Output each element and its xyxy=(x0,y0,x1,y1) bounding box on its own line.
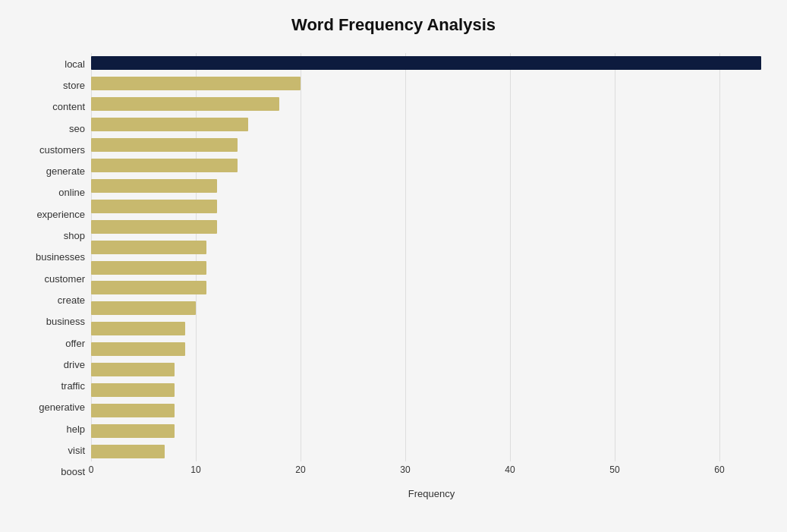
y-label-customers: customers xyxy=(39,145,85,155)
bar-help xyxy=(91,404,175,417)
bar-customers xyxy=(91,138,238,152)
y-label-online: online xyxy=(58,187,85,197)
bar-create xyxy=(91,281,206,294)
y-label-customer: customer xyxy=(45,274,85,284)
y-label-visit: visit xyxy=(68,445,85,455)
bar-store xyxy=(91,77,301,90)
chart-container: Word Frequency Analysis localstoreconten… xyxy=(0,0,787,532)
x-tick-40: 40 xyxy=(505,464,515,475)
bar-experience xyxy=(91,200,217,213)
bar-visit xyxy=(91,424,175,438)
bar-row-traffic xyxy=(91,360,772,380)
y-label-shop: shop xyxy=(64,231,85,241)
y-label-generative: generative xyxy=(39,402,85,412)
bar-row-generate xyxy=(91,156,772,176)
y-label-offer: offer xyxy=(65,338,85,348)
y-label-create: create xyxy=(58,295,85,305)
y-label-seo: seo xyxy=(69,124,85,134)
bar-row-business xyxy=(91,298,772,319)
y-label-drive: drive xyxy=(64,360,85,370)
bar-content xyxy=(91,97,279,111)
x-tick-10: 10 xyxy=(190,464,200,475)
bar-generative xyxy=(91,383,175,397)
y-label-businesses: businesses xyxy=(36,252,85,262)
plot-area: 0102030405060 Frequency xyxy=(91,53,772,483)
bar-business xyxy=(91,301,196,315)
bar-local xyxy=(91,56,761,70)
y-label-traffic: traffic xyxy=(61,381,85,391)
x-tick-60: 60 xyxy=(714,464,724,475)
bar-row-offer xyxy=(91,319,772,339)
bar-row-shop xyxy=(91,216,772,237)
bar-traffic xyxy=(91,363,175,376)
bar-row-customer xyxy=(91,257,772,278)
bar-shop xyxy=(91,220,217,234)
bar-row-seo xyxy=(91,115,772,135)
y-label-local: local xyxy=(65,59,85,69)
y-label-generate: generate xyxy=(46,166,85,176)
bar-online xyxy=(91,179,217,193)
bar-row-local xyxy=(91,53,772,74)
bar-row-help xyxy=(91,400,772,420)
bar-customer xyxy=(91,261,206,275)
bar-drive xyxy=(91,342,185,356)
bar-generate xyxy=(91,159,238,172)
bar-row-create xyxy=(91,278,772,298)
bar-row-generative xyxy=(91,380,772,401)
bar-row-online xyxy=(91,175,772,196)
y-label-boost: boost xyxy=(61,467,85,477)
bar-row-experience xyxy=(91,196,772,216)
bar-row-boost xyxy=(91,441,772,461)
bar-row-businesses xyxy=(91,237,772,257)
bar-businesses xyxy=(91,241,206,254)
bar-row-customers xyxy=(91,135,772,156)
bar-row-visit xyxy=(91,420,772,441)
bar-row-content xyxy=(91,94,772,115)
x-axis-label: Frequency xyxy=(408,488,455,499)
x-tick-30: 30 xyxy=(400,464,410,475)
bar-seo xyxy=(91,118,248,131)
x-tick-20: 20 xyxy=(295,464,305,475)
chart-title: Word Frequency Analysis xyxy=(15,15,772,35)
y-label-store: store xyxy=(63,80,85,90)
y-axis: localstorecontentseocustomersgenerateonl… xyxy=(15,53,91,483)
bar-offer xyxy=(91,322,185,335)
bar-row-drive xyxy=(91,339,772,360)
x-tick-50: 50 xyxy=(609,464,619,475)
bar-boost xyxy=(91,445,165,458)
bar-row-store xyxy=(91,74,772,94)
x-tick-0: 0 xyxy=(89,464,94,475)
y-label-content: content xyxy=(52,102,85,112)
y-label-business: business xyxy=(46,316,85,326)
y-label-help: help xyxy=(66,424,85,434)
y-label-experience: experience xyxy=(36,209,85,219)
